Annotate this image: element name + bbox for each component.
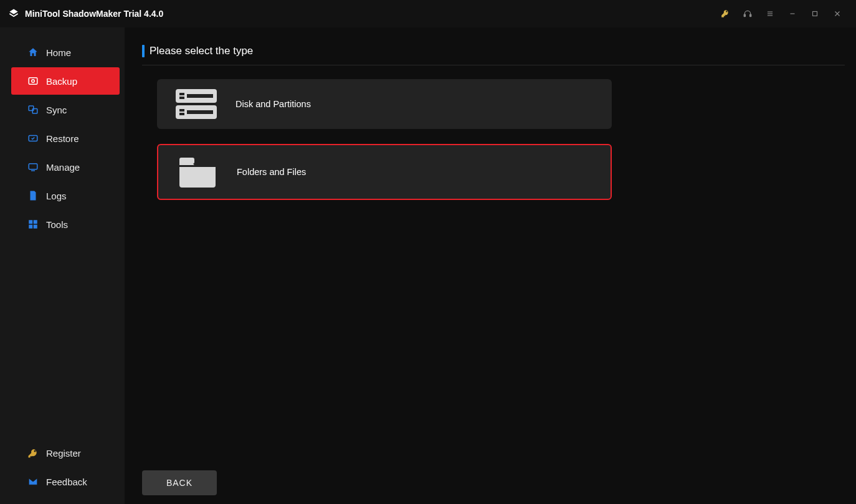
sidebar-item-label: Sync	[46, 105, 67, 115]
folder-icon	[176, 155, 219, 189]
license-key-button[interactable]	[714, 2, 736, 25]
page-title: Please select the type	[150, 45, 253, 57]
titlebar-right	[714, 2, 849, 25]
svg-rect-22	[179, 97, 184, 99]
maximize-button[interactable]	[804, 2, 826, 25]
sidebar-item-label: Home	[46, 47, 71, 58]
app-title: MiniTool ShadowMaker Trial 4.4.0	[25, 9, 163, 19]
main-content: Please select the type Disk an	[125, 27, 856, 504]
sidebar-item-label: Tools	[46, 219, 68, 230]
type-card-disk-partitions[interactable]: Disk and Partitions	[157, 79, 612, 129]
sidebar-item-label: Restore	[46, 133, 79, 144]
back-button[interactable]: BACK	[142, 470, 217, 495]
close-button[interactable]	[826, 2, 849, 25]
key-icon	[27, 447, 39, 459]
svg-rect-16	[29, 220, 32, 224]
sidebar-item-register[interactable]: Register	[11, 439, 120, 467]
svg-point-10	[32, 80, 35, 83]
page-header: Please select the type	[142, 45, 845, 65]
home-icon	[27, 47, 39, 58]
sidebar-item-sync[interactable]: Sync	[11, 96, 120, 123]
mail-icon	[27, 476, 39, 487]
disk-partitions-icon	[174, 87, 218, 121]
titlebar-left: MiniTool ShadowMaker Trial 4.4.0	[7, 7, 163, 20]
type-card-label: Folders and Files	[237, 167, 306, 177]
svg-rect-21	[179, 93, 184, 95]
svg-rect-19	[34, 225, 37, 229]
svg-rect-18	[29, 225, 32, 229]
svg-rect-17	[34, 220, 37, 224]
sidebar-item-tools[interactable]: Tools	[11, 211, 120, 238]
sidebar-item-manage[interactable]: Manage	[11, 153, 120, 181]
svg-rect-27	[187, 110, 213, 114]
sidebar-item-label: Manage	[46, 162, 80, 173]
sidebar-item-label: Backup	[46, 76, 77, 87]
sidebar-item-home[interactable]: Home	[11, 39, 120, 66]
footer: BACK	[142, 470, 217, 495]
backup-icon	[27, 75, 39, 87]
manage-icon	[27, 161, 39, 173]
header-accent-bar	[142, 45, 145, 57]
svg-rect-6	[813, 12, 817, 16]
svg-rect-1	[750, 14, 751, 17]
minimize-button[interactable]	[781, 2, 804, 25]
restore-icon	[27, 133, 39, 144]
svg-rect-14	[29, 164, 37, 169]
menu-button[interactable]	[759, 2, 781, 25]
type-options: Disk and Partitions Folders and Files	[157, 79, 612, 200]
sidebar-item-label: Feedback	[46, 477, 87, 487]
sidebar: Home Backup Sync Restore Manage	[0, 27, 125, 504]
svg-rect-25	[179, 109, 184, 112]
app-logo-icon	[7, 7, 20, 20]
logs-icon	[27, 190, 39, 201]
sidebar-bottom: Register Feedback	[0, 439, 125, 504]
sidebar-item-feedback[interactable]: Feedback	[11, 468, 120, 495]
support-button[interactable]	[736, 2, 759, 25]
sidebar-item-restore[interactable]: Restore	[11, 125, 120, 152]
sidebar-item-logs[interactable]: Logs	[11, 182, 120, 209]
svg-rect-9	[29, 78, 37, 85]
svg-rect-26	[179, 113, 184, 115]
sidebar-item-backup[interactable]: Backup	[11, 67, 120, 95]
sidebar-item-label: Logs	[46, 191, 67, 201]
svg-rect-29	[179, 165, 216, 167]
sidebar-item-label: Register	[46, 448, 81, 459]
svg-rect-28	[179, 158, 194, 164]
type-card-label: Disk and Partitions	[235, 99, 311, 109]
svg-rect-23	[187, 94, 213, 98]
svg-rect-0	[744, 14, 745, 17]
sync-icon	[27, 104, 39, 115]
tools-icon	[27, 219, 39, 230]
type-card-folders-files[interactable]: Folders and Files	[157, 144, 612, 200]
titlebar: MiniTool ShadowMaker Trial 4.4.0	[0, 0, 856, 27]
